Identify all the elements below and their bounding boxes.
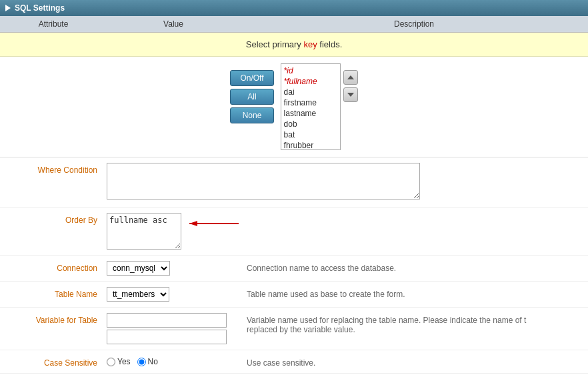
where-condition-desc <box>240 163 588 165</box>
connection-select[interactable]: conn_mysql <box>107 261 170 276</box>
where-condition-value <box>107 163 240 202</box>
form-section: Where Condition Order By fullname asc <box>0 157 588 374</box>
move-up-button[interactable] <box>343 70 358 85</box>
table-name-label: Table Name <box>0 287 107 299</box>
case-sensitive-value: Yes No <box>107 356 240 366</box>
list-item[interactable]: *id <box>283 65 339 76</box>
arrow-up-icon <box>347 75 354 79</box>
no-radio-label[interactable]: No <box>137 357 158 366</box>
table-name-value: tt_members <box>107 287 240 302</box>
list-item[interactable]: bat <box>283 129 339 140</box>
field-listbox[interactable]: *id*fullnamedaifirstnamelastnamedobbatfh… <box>281 63 341 150</box>
where-condition-row: Where Condition <box>0 157 588 208</box>
variable-for-table-label: Variable for Table <box>0 313 107 325</box>
header-attribute: Attribute <box>0 16 107 32</box>
title-bar: SQL Settings <box>0 0 588 16</box>
no-label: No <box>148 357 158 366</box>
order-by-desc <box>240 213 588 216</box>
variable-for-table-row: Variable for Table Variable name used fo… <box>0 308 588 350</box>
primary-key-banner: Select primary key fields. <box>0 33 588 57</box>
header-description: Description <box>240 16 588 32</box>
list-item[interactable]: dob <box>283 119 339 129</box>
none-button[interactable]: None <box>230 107 273 123</box>
arrow-buttons-group <box>343 70 358 102</box>
yes-label: Yes <box>117 357 131 366</box>
yes-radio-label[interactable]: Yes <box>107 357 131 366</box>
list-item[interactable]: *fullname <box>283 76 339 87</box>
case-sensitive-label: Case Sensitive <box>0 356 107 368</box>
arrow-annotation <box>187 217 240 230</box>
order-by-input[interactable]: fullname asc <box>107 213 181 250</box>
key-keyword: key <box>303 39 317 49</box>
table-name-row: Table Name tt_members Table name used as… <box>0 282 588 308</box>
variable-input-2[interactable] <box>107 330 227 344</box>
list-item[interactable]: dai <box>283 87 339 97</box>
table-name-desc: Table name used as base to create the fo… <box>240 287 588 299</box>
order-by-container: fullname asc <box>107 213 240 250</box>
red-arrow-svg <box>187 217 240 230</box>
connection-row: Connection conn_mysql Connection name to… <box>0 256 588 282</box>
where-condition-label: Where Condition <box>0 163 107 175</box>
table-name-select[interactable]: tt_members <box>107 287 169 302</box>
case-sensitive-row: Case Sensitive Yes No Use case sensitive… <box>0 350 588 374</box>
connection-label: Connection <box>0 261 107 273</box>
all-button[interactable]: All <box>230 89 273 105</box>
order-by-label: Order By <box>0 213 107 225</box>
no-radio[interactable] <box>137 358 146 366</box>
yes-radio[interactable] <box>107 358 115 366</box>
pk-buttons-group: On/Off All None <box>230 70 273 123</box>
variable-for-table-value <box>107 313 240 344</box>
order-by-value: fullname asc <box>107 213 240 250</box>
table-header: Attribute Value Description <box>0 16 588 33</box>
variable-for-table-desc: Variable name used for replacing the tab… <box>240 313 588 334</box>
list-item[interactable]: firstname <box>283 97 339 108</box>
variable-input-1[interactable] <box>107 313 227 328</box>
arrow-down-icon <box>347 93 354 97</box>
list-item[interactable]: fhrubber <box>283 140 339 150</box>
play-icon <box>5 5 11 11</box>
case-sensitive-desc: Use case sensitive. <box>240 356 588 368</box>
list-item[interactable]: lastname <box>283 108 339 119</box>
case-sensitive-radio-group: Yes No <box>107 356 240 366</box>
connection-desc: Connection name to access the database. <box>240 261 588 273</box>
order-by-row: Order By fullname asc <box>0 208 588 256</box>
header-value: Value <box>107 16 240 32</box>
connection-value: conn_mysql <box>107 261 240 276</box>
field-listbox-container: *id*fullnamedaifirstnamelastnamedobbatfh… <box>281 63 358 150</box>
primary-key-section: On/Off All None *id*fullnamedaifirstname… <box>0 57 588 157</box>
title-label: SQL Settings <box>15 3 65 13</box>
move-down-button[interactable] <box>343 87 358 102</box>
on-off-button[interactable]: On/Off <box>230 70 273 86</box>
var-table-inputs <box>107 313 240 344</box>
where-condition-input[interactable] <box>107 163 420 200</box>
